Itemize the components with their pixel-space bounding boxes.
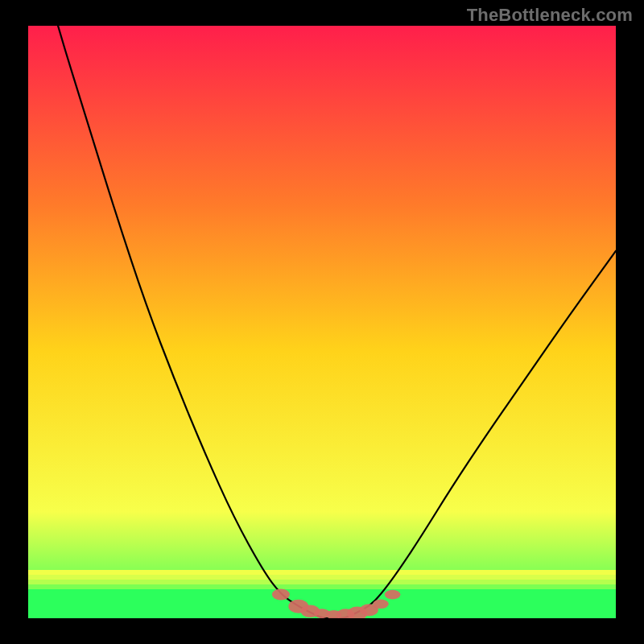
plot-area [28,26,616,618]
band-lime-2 [28,580,616,584]
app-frame: TheBottleneck.com [0,0,644,644]
band-lime-3 [28,575,616,580]
band-lime-1 [28,584,616,589]
bottom-marker [385,590,401,600]
bottom-marker [373,600,389,609]
watermark-text: TheBottleneck.com [467,5,633,26]
band-lime-4 [28,570,616,575]
bottleneck-curve-chart [28,26,616,618]
gradient-background [28,26,616,618]
bottom-marker [272,589,290,601]
